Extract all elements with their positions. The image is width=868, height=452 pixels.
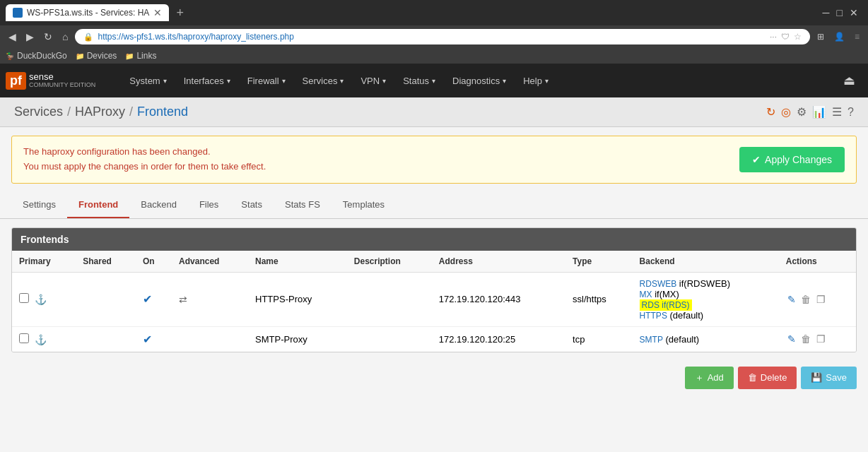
nav-vpn-label: VPN <box>360 76 380 86</box>
minimize-btn[interactable]: ─ <box>823 7 830 18</box>
backend-link-mx[interactable]: MX <box>640 290 652 299</box>
col-type: Type <box>565 251 632 273</box>
url-options-icon[interactable]: ··· <box>770 32 777 42</box>
tab-files[interactable]: Files <box>188 192 230 218</box>
logo-text: sense COMMUNITY EDITION <box>29 72 95 89</box>
row1-primary: ⚓ <box>12 272 76 326</box>
row2-advanced <box>172 326 248 352</box>
row2-edit-icon[interactable]: ✎ <box>787 333 796 345</box>
tab-close-btn[interactable]: ✕ <box>153 7 162 18</box>
tab-stats-label: Stats <box>241 199 262 210</box>
frontends-table: Primary Shared On Advanced Name Descript… <box>12 251 856 352</box>
backend-link-rdsweb[interactable]: RDSWEB <box>640 279 677 289</box>
extensions-icon[interactable]: ⊞ <box>814 32 827 42</box>
help-circle-icon[interactable]: ? <box>848 106 854 119</box>
breadcrumb-sep-2: / <box>129 105 133 119</box>
tab-backend[interactable]: Backend <box>129 192 188 218</box>
forward-btn[interactable]: ▶ <box>23 30 37 44</box>
nav-services[interactable]: Services ▾ <box>294 64 353 97</box>
chart-icon[interactable]: 📊 <box>812 105 826 119</box>
tab-stats[interactable]: Stats <box>230 192 274 218</box>
tab-settings[interactable]: Settings <box>11 192 67 218</box>
backend-suffix-mx: if(MX) <box>652 289 679 299</box>
app-container: pf sense COMMUNITY EDITION System ▾ Inte… <box>0 64 868 431</box>
bookmark-star-icon[interactable]: ☆ <box>794 32 802 42</box>
breadcrumb-icons: ↻ ◎ ⚙ 📊 ☰ ? <box>766 105 854 119</box>
window-close-btn[interactable]: ✕ <box>850 7 858 18</box>
tab-templates[interactable]: Templates <box>332 192 396 218</box>
browser-tab[interactable]: WS-PFS1a.ws.its - Services: HA ✕ <box>6 4 169 21</box>
nav-interfaces-label: Interfaces <box>184 76 224 86</box>
tab-templates-label: Templates <box>343 199 385 210</box>
nav-interfaces-arrow: ▾ <box>227 77 230 85</box>
menu-icon[interactable]: ≡ <box>852 32 862 42</box>
breadcrumb: Services / HAProxy / Frontend <box>14 105 188 119</box>
nav-firewall[interactable]: Firewall ▾ <box>239 64 294 97</box>
add-btn[interactable]: ＋ Add <box>685 367 734 389</box>
bookmark-duckduckgo-label: DuckDuckGo <box>17 51 67 61</box>
tab-stats-fs[interactable]: Stats FS <box>274 192 332 218</box>
col-primary: Primary <box>12 251 76 273</box>
bookmark-devices[interactable]: 📁 Devices <box>76 51 117 61</box>
backend-link-https[interactable]: HTTPS <box>640 311 667 321</box>
tab-frontend[interactable]: Frontend <box>67 192 129 218</box>
alert-line2: You must apply the changes in order for … <box>23 160 266 174</box>
nav-firewall-arrow: ▾ <box>282 77 286 85</box>
row1-name: HTTPS-Proxy <box>248 272 347 326</box>
home-btn[interactable]: ⌂ <box>59 30 71 44</box>
row1-anchor-icon: ⚓ <box>35 294 47 305</box>
maximize-btn[interactable]: □ <box>837 7 843 18</box>
pfsense-logo: pf <box>6 72 26 90</box>
table-row: ⚓ ✔ ⇄ HTTPS-Proxy 172.19.120.120:443 ssl… <box>12 272 856 326</box>
nav-interfaces[interactable]: Interfaces ▾ <box>175 64 239 97</box>
row2-anchor-icon: ⚓ <box>35 334 47 345</box>
breadcrumb-haproxy[interactable]: HAProxy <box>75 105 125 119</box>
nav-diagnostics-label: Diagnostics <box>452 76 500 86</box>
nav-diagnostics[interactable]: Diagnostics ▾ <box>444 64 515 97</box>
profile-icon[interactable]: 👤 <box>831 32 848 42</box>
nav-status-arrow: ▾ <box>432 77 435 85</box>
backend-link-rds[interactable]: RDS <box>642 300 659 310</box>
apply-changes-btn[interactable]: ✔ Apply Changes <box>739 147 845 172</box>
breadcrumb-services[interactable]: Services <box>14 105 63 119</box>
row2-shared <box>76 326 136 352</box>
nav-logout-btn[interactable]: ⏏ <box>836 73 862 88</box>
row1-edit-icon[interactable]: ✎ <box>787 294 796 305</box>
back-btn[interactable]: ◀ <box>6 30 19 44</box>
refresh-icon[interactable]: ↻ <box>766 105 775 119</box>
reload-btn[interactable]: ↻ <box>41 30 55 44</box>
table-title: Frontends <box>20 234 69 245</box>
nav-help-label: Help <box>523 76 542 86</box>
nav-help[interactable]: Help ▾ <box>515 64 557 97</box>
row1-checkbox[interactable] <box>19 293 29 303</box>
row2-copy-icon[interactable]: ❐ <box>816 333 826 345</box>
delete-btn[interactable]: 🗑 Delete <box>738 367 797 389</box>
settings-icon[interactable]: ⚙ <box>797 105 807 119</box>
address-bar[interactable]: 🔒 https://ws-pfs1.ws.its/haproxy/haproxy… <box>75 29 810 44</box>
save-btn[interactable]: 💾 Save <box>801 367 857 389</box>
bookmark-links[interactable]: 📁 Links <box>125 51 156 61</box>
backend-suffix-rdsweb: if(RDSWEB) <box>676 278 730 289</box>
list-icon[interactable]: ☰ <box>832 105 842 119</box>
backend-link-smtp[interactable]: SMTP <box>640 335 663 345</box>
row1-delete-icon[interactable]: 🗑 <box>801 294 811 305</box>
col-actions: Actions <box>779 251 856 273</box>
row1-on: ✔ <box>136 272 172 326</box>
nav-vpn[interactable]: VPN ▾ <box>352 64 394 97</box>
new-tab-btn[interactable]: + <box>176 6 184 20</box>
row2-checkbox[interactable] <box>19 333 29 343</box>
backend-highlight-rds: RDS if(RDS) <box>640 299 692 311</box>
alert-text: The haproxy configuration has been chang… <box>23 145 266 174</box>
circle-icon[interactable]: ◎ <box>781 105 791 119</box>
row1-description <box>347 272 432 326</box>
row2-primary: ⚓ <box>12 326 76 352</box>
bookmark-duckduckgo[interactable]: 🦆 DuckDuckGo <box>6 51 67 61</box>
nav-system[interactable]: System ▾ <box>121 64 175 97</box>
backend-suffix-rds: if(RDS) <box>659 300 690 310</box>
row2-delete-icon[interactable]: 🗑 <box>801 333 811 345</box>
browser-titlebar: WS-PFS1a.ws.its - Services: HA ✕ + ─ □ ✕ <box>0 0 868 25</box>
tab-settings-label: Settings <box>23 199 56 210</box>
row1-copy-icon[interactable]: ❐ <box>816 294 826 305</box>
nav-status[interactable]: Status ▾ <box>394 64 444 97</box>
row2-type: tcp <box>565 326 632 352</box>
